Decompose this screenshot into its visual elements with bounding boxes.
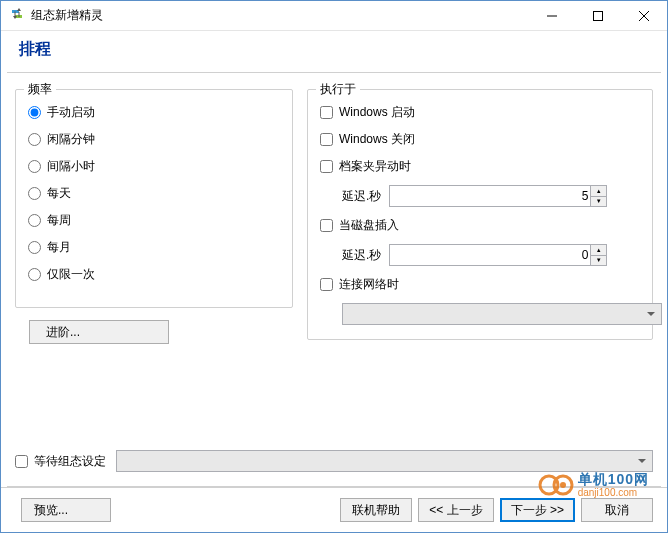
windows-startup-checkbox[interactable] — [320, 106, 333, 119]
page-title: 排程 — [19, 39, 649, 60]
frequency-group-title: 频率 — [24, 81, 56, 98]
minimize-button[interactable] — [529, 1, 575, 30]
delay2-spin-up[interactable]: ▲ — [590, 245, 606, 256]
app-icon — [9, 8, 25, 24]
freq-manual-label: 手动启动 — [47, 104, 95, 121]
bottom-area: 等待组态设定 预览... 联机帮助 << 上一步 下一步 >> 取消 — [1, 450, 667, 532]
maximize-button[interactable] — [575, 1, 621, 30]
folder-changed-label: 档案夹异动时 — [339, 158, 411, 175]
freq-weekly-radio[interactable] — [28, 214, 41, 227]
run-on-group-title: 执行于 — [316, 81, 360, 98]
folder-changed-checkbox[interactable] — [320, 160, 333, 173]
preview-button[interactable]: 预览... — [21, 498, 111, 522]
delay1-spin-down[interactable]: ▼ — [590, 197, 606, 207]
windows-shutdown-label: Windows 关闭 — [339, 131, 415, 148]
freq-monthly-radio[interactable] — [28, 241, 41, 254]
freq-daily-row[interactable]: 每天 — [28, 185, 280, 202]
delay2-row: 延迟.秒 ▲ ▼ — [342, 244, 640, 266]
delay1-label: 延迟.秒 — [342, 188, 381, 205]
delay2-input[interactable] — [389, 244, 607, 266]
freq-weekly-row[interactable]: 每周 — [28, 212, 280, 229]
cancel-button[interactable]: 取消 — [581, 498, 653, 522]
freq-monthly-label: 每月 — [47, 239, 71, 256]
delay2-spin-buttons: ▲ ▼ — [590, 245, 606, 265]
freq-interval-min-radio[interactable] — [28, 133, 41, 146]
windows-shutdown-checkbox[interactable] — [320, 133, 333, 146]
wait-config-checkbox[interactable] — [15, 455, 28, 468]
freq-weekly-label: 每周 — [47, 212, 71, 229]
frequency-column: 频率 手动启动 闲隔分钟 间隔小时 每天 每周 每月 仅限一次 进阶... — [15, 83, 293, 344]
delay1-spin-buttons: ▲ ▼ — [590, 186, 606, 206]
delay2-label: 延迟.秒 — [342, 247, 381, 264]
delay2-spin-wrap: ▲ ▼ — [389, 244, 607, 266]
prev-button[interactable]: << 上一步 — [418, 498, 493, 522]
network-connected-label: 连接网络时 — [339, 276, 399, 293]
freq-interval-hour-row[interactable]: 间隔小时 — [28, 158, 280, 175]
network-connected-checkbox[interactable] — [320, 278, 333, 291]
frequency-groupbox: 频率 手动启动 闲隔分钟 间隔小时 每天 每周 每月 仅限一次 — [15, 89, 293, 308]
wait-config-combo[interactable] — [116, 450, 653, 472]
run-on-column: 执行于 Windows 启动 Windows 关闭 档案夹异动时 延迟.秒 ▲ … — [307, 83, 653, 344]
disk-inserted-row[interactable]: 当磁盘插入 — [320, 217, 640, 234]
delay1-spin-wrap: ▲ ▼ — [389, 185, 607, 207]
titlebar: 组态新增精灵 — [1, 1, 667, 31]
close-button[interactable] — [621, 1, 667, 30]
network-combo[interactable] — [342, 303, 662, 325]
freq-monthly-row[interactable]: 每月 — [28, 239, 280, 256]
windows-startup-row[interactable]: Windows 启动 — [320, 104, 640, 121]
footer: 预览... 联机帮助 << 上一步 下一步 >> 取消 — [1, 487, 667, 532]
disk-inserted-label: 当磁盘插入 — [339, 217, 399, 234]
freq-manual-radio[interactable] — [28, 106, 41, 119]
run-on-groupbox: 执行于 Windows 启动 Windows 关闭 档案夹异动时 延迟.秒 ▲ … — [307, 89, 653, 340]
wait-config-label: 等待组态设定 — [34, 453, 106, 470]
delay1-row: 延迟.秒 ▲ ▼ — [342, 185, 640, 207]
folder-changed-row[interactable]: 档案夹异动时 — [320, 158, 640, 175]
wait-row: 等待组态设定 — [1, 450, 667, 482]
window-controls — [529, 1, 667, 30]
window-title: 组态新增精灵 — [31, 7, 529, 24]
freq-daily-radio[interactable] — [28, 187, 41, 200]
freq-interval-hour-label: 间隔小时 — [47, 158, 95, 175]
advanced-button[interactable]: 进阶... — [29, 320, 169, 344]
wait-config-row[interactable]: 等待组态设定 — [15, 453, 106, 470]
svg-marker-1 — [17, 8, 21, 11]
next-button[interactable]: 下一步 >> — [500, 498, 575, 522]
disk-inserted-checkbox[interactable] — [320, 219, 333, 232]
online-help-button[interactable]: 联机帮助 — [340, 498, 412, 522]
freq-interval-min-row[interactable]: 闲隔分钟 — [28, 131, 280, 148]
network-connected-row[interactable]: 连接网络时 — [320, 276, 640, 293]
freq-interval-min-label: 闲隔分钟 — [47, 131, 95, 148]
windows-startup-label: Windows 启动 — [339, 104, 415, 121]
content-area: 频率 手动启动 闲隔分钟 间隔小时 每天 每周 每月 仅限一次 进阶... 执行… — [1, 73, 667, 344]
page-header: 排程 — [1, 31, 667, 68]
freq-manual-row[interactable]: 手动启动 — [28, 104, 280, 121]
svg-rect-3 — [594, 11, 603, 20]
freq-once-label: 仅限一次 — [47, 266, 95, 283]
delay1-input[interactable] — [389, 185, 607, 207]
freq-once-radio[interactable] — [28, 268, 41, 281]
freq-once-row[interactable]: 仅限一次 — [28, 266, 280, 283]
delay1-spin-up[interactable]: ▲ — [590, 186, 606, 197]
freq-interval-hour-radio[interactable] — [28, 160, 41, 173]
windows-shutdown-row[interactable]: Windows 关闭 — [320, 131, 640, 148]
freq-daily-label: 每天 — [47, 185, 71, 202]
delay2-spin-down[interactable]: ▼ — [590, 256, 606, 266]
